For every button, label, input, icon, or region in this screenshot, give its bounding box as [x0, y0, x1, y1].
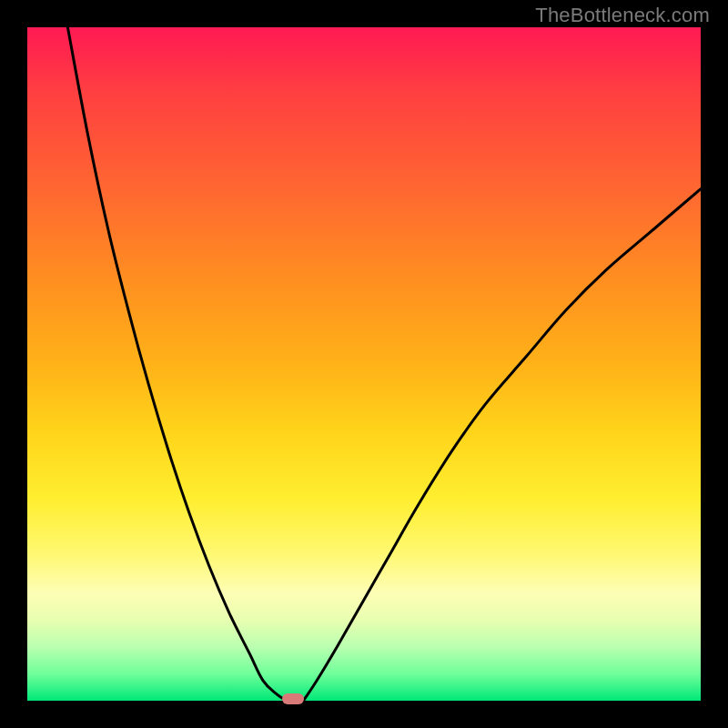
watermark-text: TheBottleneck.com — [535, 4, 710, 27]
minimum-marker — [282, 693, 304, 704]
curve-right-branch — [303, 189, 701, 701]
bottleneck-curve — [27, 27, 701, 701]
curve-left-branch — [67, 27, 287, 701]
plot-area — [27, 27, 701, 701]
chart-frame: TheBottleneck.com — [0, 0, 728, 728]
